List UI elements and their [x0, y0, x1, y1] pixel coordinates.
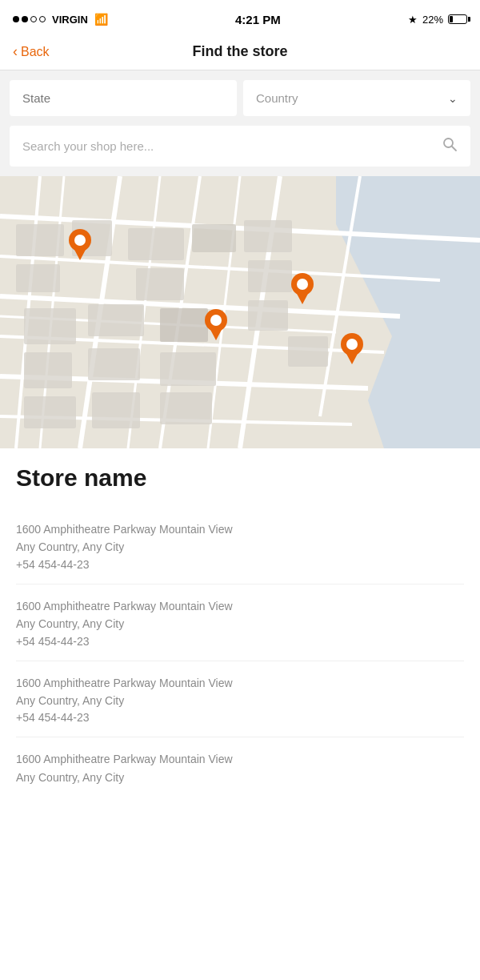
- svg-rect-32: [160, 352, 216, 386]
- status-bar: VIRGIN 📶 4:21 PM ★ 22%: [0, 0, 480, 35]
- svg-rect-33: [24, 396, 76, 428]
- svg-rect-34: [92, 392, 140, 428]
- search-box[interactable]: Search your shop here...: [10, 126, 470, 167]
- svg-rect-31: [88, 348, 140, 380]
- battery-fill: [450, 16, 453, 22]
- list-item: 1600 Amphitheatre Parkway Mountain View …: [16, 584, 464, 661]
- svg-point-48: [346, 339, 358, 350]
- list-item: 1600 Amphitheatre Parkway Mountain View …: [16, 508, 464, 584]
- filter-row: Country ⌄: [0, 70, 480, 126]
- store-address-4: 1600 Amphitheatre Parkway Mountain View …: [16, 750, 464, 786]
- svg-rect-29: [248, 300, 288, 331]
- svg-rect-25: [24, 308, 76, 344]
- svg-rect-19: [16, 224, 64, 256]
- map-area[interactable]: [0, 176, 480, 448]
- bluetooth-icon: ★: [408, 14, 418, 26]
- map-svg: [0, 176, 480, 448]
- search-icon: [442, 136, 458, 156]
- nav-bar: ‹ Back Find the store: [0, 35, 480, 70]
- dot1: [13, 16, 19, 22]
- content-area: Country ⌄ Search your shop here...: [0, 70, 480, 799]
- store-phone-3: +54 454-44-23: [16, 711, 464, 724]
- country-label: Country: [256, 91, 298, 105]
- wifi-icon: 📶: [94, 13, 108, 26]
- time-display: 4:21 PM: [235, 13, 281, 26]
- chevron-left-icon: ‹: [13, 43, 18, 60]
- svg-rect-27: [160, 308, 208, 342]
- store-list: Store name 1600 Amphitheatre Parkway Mou…: [0, 448, 480, 799]
- store-address-1: 1600 Amphitheatre Parkway Mountain View …: [16, 520, 464, 556]
- battery-percent: 22%: [422, 14, 443, 26]
- svg-rect-24: [136, 268, 184, 300]
- store-address-2: 1600 Amphitheatre Parkway Mountain View …: [16, 597, 464, 633]
- svg-rect-35: [288, 336, 328, 367]
- svg-rect-20: [16, 264, 60, 292]
- chevron-down-icon: ⌄: [448, 92, 458, 105]
- list-item: 1600 Amphitheatre Parkway Mountain View …: [16, 661, 464, 738]
- dot3: [30, 16, 37, 22]
- status-left: VIRGIN 📶: [13, 13, 108, 26]
- svg-point-42: [210, 315, 222, 326]
- svg-rect-26: [88, 304, 144, 336]
- list-item: 1600 Amphitheatre Parkway Mountain View …: [16, 737, 464, 799]
- svg-line-1: [452, 147, 456, 151]
- store-phone-1: +54 454-44-23: [16, 558, 464, 571]
- svg-point-45: [297, 279, 308, 290]
- store-phone-2: +54 454-44-23: [16, 635, 464, 648]
- svg-rect-30: [24, 352, 72, 388]
- signal-dots: [13, 16, 46, 22]
- search-row: Search your shop here...: [0, 126, 480, 176]
- svg-rect-36: [244, 220, 292, 252]
- search-placeholder: Search your shop here...: [22, 139, 442, 153]
- state-input[interactable]: [10, 80, 237, 116]
- back-label: Back: [21, 45, 50, 59]
- page-title: Find the store: [192, 43, 287, 60]
- svg-rect-22: [128, 228, 184, 260]
- back-button[interactable]: ‹ Back: [13, 43, 50, 60]
- carrier-label: VIRGIN: [52, 14, 88, 26]
- dot4: [39, 16, 46, 22]
- store-name-heading: Store name: [16, 464, 464, 492]
- status-right: ★ 22%: [408, 14, 467, 26]
- svg-rect-37: [160, 392, 212, 424]
- battery-icon: [448, 14, 467, 24]
- svg-rect-23: [192, 224, 236, 252]
- store-address-3: 1600 Amphitheatre Parkway Mountain View …: [16, 674, 464, 710]
- dot2: [22, 16, 28, 22]
- country-dropdown[interactable]: Country ⌄: [243, 80, 470, 116]
- svg-point-39: [74, 235, 86, 246]
- svg-rect-28: [248, 260, 292, 292]
- svg-point-0: [444, 139, 453, 147]
